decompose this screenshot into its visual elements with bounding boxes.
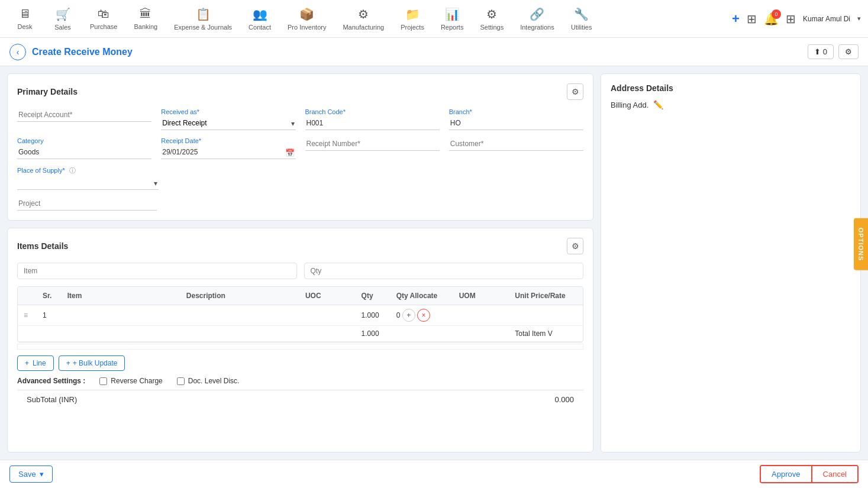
item-search-input[interactable] <box>17 263 297 279</box>
billing-add-label: Billing Add. <box>611 101 648 109</box>
settings-icon: ⚙ <box>486 7 497 21</box>
items-table-header-row: Sr. Item Description UOC Qty Qty Allocat… <box>18 287 583 305</box>
nav-items: 🖥 Desk 🛒 Sales 🛍 Purchase 🏛 Banking 📋 Ex… <box>7 2 599 35</box>
nav-utilities[interactable]: 🔧 Utilities <box>564 2 599 35</box>
nav-projects[interactable]: 📁 Projects <box>393 2 431 35</box>
bulk-update-btn[interactable]: + + Bulk Update <box>59 356 125 371</box>
info-icon: ⓘ <box>69 167 76 174</box>
desk-icon: 🖥 <box>19 7 31 21</box>
qty-total: 1.000 <box>356 326 391 342</box>
project-input[interactable] <box>17 197 157 211</box>
notification-badge: 0 <box>772 9 781 19</box>
nav-banking-label: Banking <box>134 23 157 30</box>
td-item[interactable] <box>62 305 180 326</box>
nav-contact[interactable]: 👥 Contact <box>241 2 278 35</box>
receipt-account-input[interactable] <box>17 108 151 122</box>
breadcrumb-left: ‹ Create Receive Money <box>9 44 133 60</box>
th-unit-price: Unit Price/Rate <box>509 287 583 305</box>
add-line-icon: + <box>25 359 29 367</box>
add-icon-btn[interactable]: + <box>732 11 740 27</box>
customer-input[interactable] <box>449 137 583 151</box>
received-as-group: Received as* Direct Receipt ▾ <box>161 108 295 130</box>
total-item-v-label: Total Item V <box>509 326 583 342</box>
nav-settings[interactable]: ⚙ Settings <box>473 2 511 35</box>
nav-reports-label: Reports <box>441 24 464 31</box>
place-of-supply-select[interactable] <box>17 176 159 190</box>
receipt-account-group <box>17 108 151 130</box>
desc-cell-input[interactable] <box>186 311 293 319</box>
place-of-supply-label: Place of Supply* ⓘ <box>17 166 159 175</box>
table-icon-btn[interactable]: ⊞ <box>747 12 757 26</box>
projects-icon: 📁 <box>405 7 420 21</box>
form-row-4 <box>17 197 583 211</box>
items-details-card: Items Details ⚙ Sr. Item Description <box>7 228 593 453</box>
table-row: ≡ 1 1.000 0 + × <box>18 305 583 326</box>
user-label[interactable]: Kumar Amul Di <box>803 15 850 23</box>
category-label: Category <box>17 137 151 144</box>
nav-expense[interactable]: 📋 Expense & Journals <box>167 2 239 35</box>
add-line-btn[interactable]: + Line <box>17 356 54 371</box>
receipt-date-wrap: 📅 <box>161 146 295 159</box>
breadcrumb-bar: ‹ Create Receive Money ⬆ 0 ⚙ <box>0 38 868 66</box>
td-unit-price[interactable] <box>509 305 583 326</box>
item-cell-input[interactable] <box>67 311 175 319</box>
right-panel: Address Details Billing Add. ✏️ <box>601 73 861 453</box>
reverse-charge-checkbox[interactable] <box>99 377 107 385</box>
address-title: Address Details <box>611 83 851 93</box>
branch-group: Branch* <box>449 108 583 130</box>
reports-icon: 📊 <box>445 7 460 21</box>
nav-desk[interactable]: 🖥 Desk <box>7 2 43 35</box>
integrations-icon: 🔗 <box>530 7 544 21</box>
settings-round-icon: ⚙ <box>845 47 852 56</box>
advanced-settings-row: Advanced Settings : Reverse Charge Doc. … <box>17 377 583 385</box>
receipt-number-input[interactable] <box>305 137 440 151</box>
qty-search-input[interactable] <box>304 263 584 279</box>
td-uom[interactable] <box>453 305 509 326</box>
nav-integrations[interactable]: 🔗 Integrations <box>513 2 561 35</box>
items-settings-btn[interactable]: ⚙ <box>567 238 583 254</box>
nav-reports[interactable]: 📊 Reports <box>434 2 471 35</box>
branch-code-input[interactable] <box>305 117 440 130</box>
grid-icon-btn[interactable]: ⊞ <box>786 12 796 26</box>
subtotal-row: SubTotal (INR) 0.000 <box>17 390 583 409</box>
td-sr: 1 <box>37 305 62 326</box>
uoc-cell-input[interactable] <box>305 311 341 319</box>
sales-icon: 🛒 <box>56 7 70 21</box>
place-of-supply-select-wrap: ▾ <box>17 176 159 190</box>
notification-icon-btn[interactable]: 🔔 0 <box>764 12 779 26</box>
item-search-row <box>17 263 583 279</box>
items-table-head: Sr. Item Description UOC Qty Qty Allocat… <box>18 287 583 305</box>
add-row-btn[interactable]: + <box>402 309 415 322</box>
items-table-wrap: Sr. Item Description UOC Qty Qty Allocat… <box>17 286 583 342</box>
nav-sales[interactable]: 🛒 Sales <box>45 2 80 35</box>
back-button[interactable]: ‹ <box>9 44 26 60</box>
horizontal-scrollbar[interactable] <box>17 344 583 350</box>
doc-level-disc-checkbox[interactable] <box>177 377 185 385</box>
delete-row-btn[interactable]: × <box>417 309 430 322</box>
reverse-charge-label: Reverse Charge <box>111 377 162 385</box>
nav-banking[interactable]: 🏛 Banking <box>127 2 164 35</box>
primary-details-settings-btn[interactable]: ⚙ <box>567 83 583 100</box>
left-panel: Primary Details ⚙ Received as* Direct Re… <box>7 73 593 453</box>
nav-desk-label: Desk <box>17 23 32 30</box>
options-sidebar[interactable]: OPTIONS <box>854 218 868 270</box>
nav-manufacturing[interactable]: ⚙ Manufacturing <box>335 2 391 35</box>
received-as-select[interactable]: Direct Receipt <box>161 117 295 130</box>
project-group <box>17 197 157 211</box>
doc-level-disc-label: Doc. Level Disc. <box>188 377 240 385</box>
td-description[interactable] <box>180 305 299 326</box>
nav-pro-inventory[interactable]: 📦 Pro Inventory <box>280 2 333 35</box>
drag-handle-icon[interactable]: ≡ <box>24 311 28 319</box>
settings-round-btn[interactable]: ⚙ <box>838 44 859 59</box>
unit-price-cell-input[interactable] <box>515 311 562 319</box>
counter-btn[interactable]: ⬆ 0 <box>808 44 834 59</box>
branch-input[interactable] <box>449 117 583 130</box>
nav-purchase[interactable]: 🛍 Purchase <box>83 2 124 35</box>
category-group: Category Goods <box>17 137 151 159</box>
breadcrumb-right: ⬆ 0 ⚙ <box>808 44 859 59</box>
uom-cell-input[interactable] <box>459 311 495 319</box>
expense-icon: 📋 <box>196 7 211 21</box>
receipt-date-input[interactable] <box>161 146 295 159</box>
td-uoc[interactable] <box>299 305 356 326</box>
edit-billing-icon[interactable]: ✏️ <box>653 100 663 109</box>
